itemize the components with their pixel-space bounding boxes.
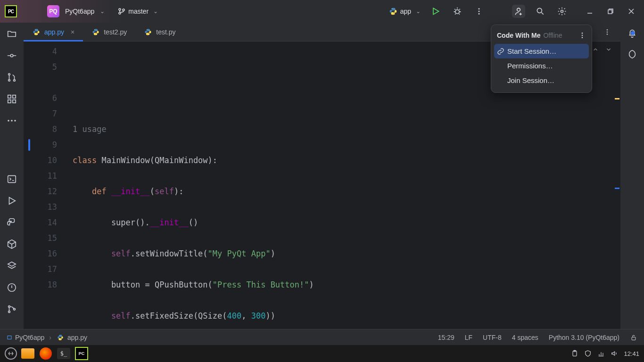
editor-more-button[interactable] [601,25,614,39]
svg-point-31 [94,29,95,30]
structure-tool-button[interactable] [6,93,17,105]
firefox-app-button[interactable] [39,346,53,361]
svg-point-37 [607,33,608,35]
svg-point-32 [97,34,97,34]
notifications-tool-button[interactable] [627,28,637,39]
project-crumb[interactable]: PyQt6app [7,334,44,341]
window-restore-button[interactable] [603,5,619,18]
network-tray-icon[interactable] [597,350,605,357]
branch-icon [118,8,125,15]
pycharm-app-button[interactable]: PC [74,346,89,361]
svg-point-2 [123,9,124,11]
breadcrumb-separator: › [49,334,51,341]
python-packages-tool-button[interactable] [6,239,17,250]
svg-rect-24 [8,176,16,183]
more-tools-button[interactable] [6,115,17,126]
tab-test-py[interactable]: test.py [135,23,184,41]
main-menu-button[interactable] [25,5,39,18]
shield-tray-icon[interactable] [584,350,592,357]
debug-button[interactable] [451,5,464,18]
terminal-app-button[interactable]: $_ [57,346,71,361]
svg-point-33 [147,29,147,30]
folder-icon [7,335,12,340]
python-icon [56,333,65,342]
branch-name: master [128,8,149,15]
files-app-button[interactable] [21,346,35,361]
svg-point-8 [479,13,480,15]
search-everywhere-button[interactable] [534,5,547,18]
line-number: 18 [24,277,57,293]
popup-item-start-session[interactable]: Start Session… [494,44,589,58]
svg-point-10 [537,8,542,13]
prev-highlight-button[interactable] [592,46,599,53]
run-config-name: app [400,8,411,15]
svg-point-0 [119,8,121,10]
start-menu-button[interactable] [5,347,17,360]
volume-tray-icon[interactable] [611,350,618,357]
problems-tool-button[interactable] [6,282,17,293]
clock[interactable]: 12:41 [624,350,639,357]
project-tool-button[interactable] [6,28,17,40]
run-button[interactable] [429,5,442,18]
commit-tool-button[interactable] [6,50,17,61]
pull-requests-tool-button[interactable] [6,72,17,83]
window-close-button[interactable] [623,5,639,18]
terminal-tool-button[interactable] [6,173,17,185]
line-number: 6 [24,90,57,106]
vcs-tool-button[interactable] [6,304,17,315]
line-number: 11 [24,168,57,184]
chevron-down-icon[interactable]: ⌄ [100,8,105,15]
readonly-toggle[interactable] [630,334,637,341]
more-actions-button[interactable] [472,5,486,18]
interpreter-widget[interactable]: Python 3.10 (PyQt6app) [549,334,619,341]
line-number: 4 [24,44,57,59]
tab-label: test2.py [104,28,127,36]
close-tab-button[interactable]: × [71,28,74,36]
popup-more-button[interactable] [578,32,586,39]
popup-item-join-session[interactable]: Join Session… [491,73,592,88]
next-highlight-button[interactable] [605,46,612,53]
svg-point-9 [517,8,520,11]
project-badge[interactable]: PQ [47,5,59,17]
run-tool-button[interactable] [6,195,17,206]
error-stripe[interactable] [614,41,620,329]
indent-widget[interactable]: 4 spaces [512,334,538,341]
file-encoding[interactable]: UTF-8 [483,334,502,341]
cursor-position[interactable]: 15:29 [438,334,454,341]
svg-point-13 [10,54,13,57]
services-tool-button[interactable] [6,260,17,272]
clipboard-tray-icon[interactable] [571,350,578,357]
gutter[interactable]: 4 5 6 7 8 9 10 11 12 13 14 15 16 17 18 [24,41,71,329]
line-separator[interactable]: LF [465,334,472,341]
usage-hint[interactable]: 1 usage [73,124,107,134]
svg-point-26 [8,306,10,308]
chevron-down-icon: ⌄ [416,8,421,15]
svg-rect-20 [13,100,16,103]
tab-label: app.py [44,28,64,36]
tab-test2-py[interactable]: test2.py [83,23,135,41]
os-taskbar: $_ PC 12:41 [0,345,644,362]
svg-point-6 [479,8,480,9]
window-minimize-button[interactable] [582,5,598,18]
project-name[interactable]: PyQt6app [65,8,94,15]
line-number: 14 [24,215,57,230]
svg-point-21 [8,120,9,122]
python-console-tool-button[interactable] [6,217,17,228]
vcs-branch-widget[interactable]: master ⌄ [118,8,158,15]
tab-app-py[interactable]: app.py × [24,23,83,41]
link-icon [497,48,504,55]
line-number [24,75,57,90]
popup-status: Offline [543,32,562,39]
svg-rect-41 [632,337,636,340]
run-config-selector[interactable]: app ⌄ [389,7,421,16]
svg-rect-12 [608,10,612,14]
line-number: 8 [24,122,57,137]
file-crumb[interactable]: app.py [56,333,87,342]
code-with-me-button[interactable] [512,5,525,18]
svg-point-3 [391,8,392,9]
svg-point-14 [8,74,10,75]
ai-assistant-tool-button[interactable] [627,49,637,59]
svg-point-44 [582,33,583,34]
popup-item-permissions[interactable]: Permissions… [491,58,592,73]
settings-button[interactable] [555,5,569,18]
